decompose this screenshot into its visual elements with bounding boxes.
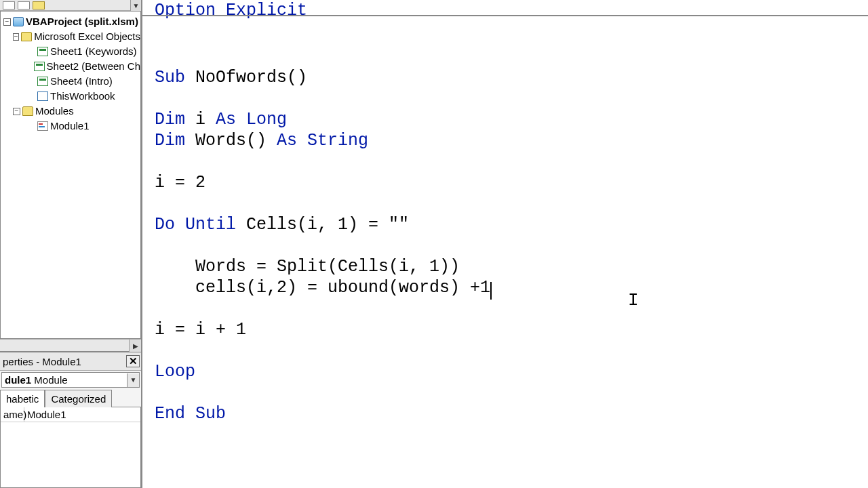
project-toolbar: ▼ xyxy=(0,0,141,11)
scroll-right-icon[interactable]: ▶ xyxy=(129,340,141,352)
worksheet-icon xyxy=(37,77,48,86)
module-icon xyxy=(37,121,48,131)
keyword: Dim xyxy=(155,131,185,150)
keyword: String xyxy=(307,131,368,150)
keyword: Long xyxy=(246,110,287,129)
module-label: Module1 xyxy=(50,119,90,134)
property-value[interactable]: Module1 xyxy=(24,407,140,422)
property-name: ame) xyxy=(1,407,24,422)
keyword: Until xyxy=(185,215,236,235)
collapse-icon[interactable]: − xyxy=(13,108,20,115)
tab-categorized[interactable]: Categorized xyxy=(45,390,112,407)
worksheet-icon xyxy=(37,47,48,56)
sheet-label: Sheet4 (Intro) xyxy=(50,74,113,89)
workbook-icon xyxy=(37,92,48,101)
keyword: As xyxy=(277,131,297,150)
toggle-folders-icon[interactable] xyxy=(33,1,45,9)
sheet-item[interactable]: Sheet1 (Keywords) xyxy=(1,44,140,59)
properties-title: perties - Module1 xyxy=(3,356,81,367)
close-properties-button[interactable]: ✕ xyxy=(126,355,140,367)
module-item[interactable]: Module1 xyxy=(1,119,140,134)
keyword: Sub xyxy=(195,404,226,424)
excel-objects-folder[interactable]: − Microsoft Excel Objects xyxy=(1,29,140,44)
folder-icon xyxy=(22,106,33,116)
project-explorer-panel: ▼ − VBAProject (split.xlsm) − Microsoft … xyxy=(0,0,142,488)
keyword: Loop xyxy=(155,362,195,382)
keyword: Do xyxy=(155,215,175,235)
project-tree[interactable]: − VBAProject (split.xlsm) − Microsoft Ex… xyxy=(0,11,141,339)
workbook-label: ThisWorkbook xyxy=(50,89,115,104)
toolbar-overflow[interactable]: ▼ xyxy=(130,0,141,11)
secondary-caret: I xyxy=(628,290,639,310)
text-cursor xyxy=(490,282,492,300)
property-row[interactable]: ame) Module1 xyxy=(1,407,140,422)
tree-horizontal-scrollbar[interactable]: ▶ xyxy=(0,339,141,351)
object-selector-dropdown[interactable]: dule1 Module ▼ xyxy=(1,372,140,388)
project-root-label: VBAProject (split.xlsm) xyxy=(26,14,138,29)
keyword: As xyxy=(216,110,236,129)
keyword: Dim xyxy=(155,110,185,129)
declaration-divider xyxy=(142,15,868,16)
folder-icon xyxy=(21,32,32,41)
object-name-bold: dule1 xyxy=(5,374,31,386)
sheet-label: Sheet2 (Between Ch xyxy=(47,59,140,74)
collapse-icon[interactable]: − xyxy=(13,33,19,41)
keyword: End xyxy=(155,404,185,424)
sheet-item[interactable]: Sheet4 (Intro) xyxy=(1,74,140,89)
modules-folder[interactable]: − Modules xyxy=(1,104,140,119)
dropdown-arrow-icon[interactable]: ▼ xyxy=(127,373,139,387)
properties-titlebar: perties - Module1 ✕ xyxy=(0,351,141,371)
workbook-item[interactable]: ThisWorkbook xyxy=(1,89,140,104)
sheet-label: Sheet1 (Keywords) xyxy=(50,44,137,59)
keyword: Explicit xyxy=(216,1,307,20)
folder-label: Microsoft Excel Objects xyxy=(34,29,140,44)
object-type: Module xyxy=(31,374,67,386)
keyword: Sub xyxy=(155,68,185,87)
project-icon xyxy=(13,17,24,26)
collapse-icon[interactable]: − xyxy=(3,18,11,26)
keyword: Option xyxy=(155,1,216,20)
properties-tabs: habetic Categorized xyxy=(0,389,141,407)
view-object-icon[interactable] xyxy=(18,1,30,9)
project-root[interactable]: − VBAProject (split.xlsm) xyxy=(1,14,140,29)
tab-alphabetic[interactable]: habetic xyxy=(0,390,45,407)
worksheet-icon xyxy=(34,62,45,71)
folder-label: Modules xyxy=(35,104,74,119)
code-editor[interactable]: Option Explicit Sub NoOfwords() Dim i As… xyxy=(142,0,868,488)
sheet-item[interactable]: Sheet2 (Between Ch xyxy=(1,59,140,74)
properties-grid[interactable]: ame) Module1 xyxy=(0,407,141,488)
view-code-icon[interactable] xyxy=(3,1,15,9)
